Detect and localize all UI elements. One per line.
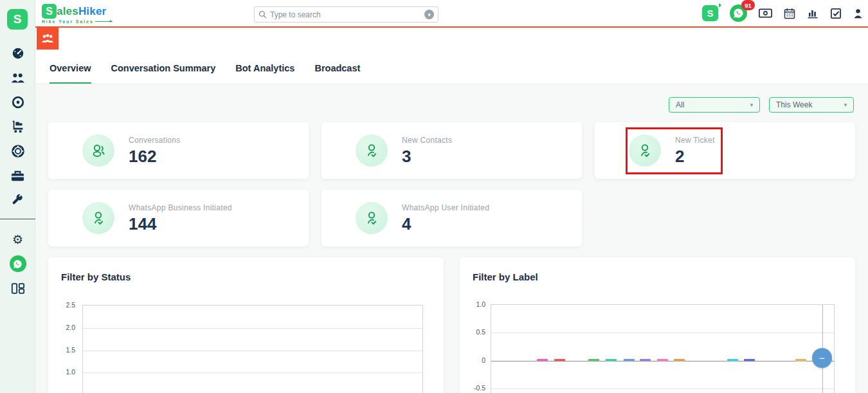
- stat-card-conversations: Conversations 162: [48, 122, 309, 179]
- zero-value-bar: [674, 359, 685, 361]
- sidebar-item-whatsapp[interactable]: [0, 251, 35, 276]
- lifebuoy-support-icon: [11, 144, 25, 158]
- tasks-checkbox-icon: [830, 8, 842, 19]
- chart-card-filter-by-label: Filter by Label 1.0 0.5 0 -0.5 −: [460, 257, 855, 393]
- filter-category-value: All: [676, 100, 684, 109]
- zero-value-bar: [744, 359, 755, 361]
- zero-value-bar: [727, 359, 738, 361]
- user-profile-icon: [853, 8, 863, 19]
- search-scope-chevron-icon[interactable]: ▾: [424, 10, 434, 19]
- chart-title: Filter by Label: [473, 271, 538, 282]
- stat-icon-circle: [356, 134, 388, 167]
- status-chart-plot: [82, 305, 423, 393]
- stat-card-new-ticket: New Ticket 2: [595, 122, 855, 179]
- reports-button[interactable]: [807, 8, 818, 19]
- payments-button[interactable]: [759, 8, 772, 18]
- stat-icon-circle: [82, 134, 114, 167]
- filter-period-value: This Week: [776, 100, 812, 109]
- zero-value-bar: [554, 359, 565, 361]
- sidebar-item-dashboard[interactable]: [0, 41, 35, 66]
- notification-badge: 91: [741, 0, 755, 10]
- sidebar-item-support[interactable]: [0, 139, 35, 163]
- tabs-bar: Overview Conversation Summary Bot Analyt…: [35, 28, 868, 84]
- stat-card-whatsapp-business-initiated: WhatsApp Business Initiated 144: [48, 190, 309, 246]
- stat-value: 4: [402, 214, 411, 234]
- y-tick: 2.0: [51, 324, 75, 331]
- module-tile-whatsapp-dashboard[interactable]: [37, 28, 59, 50]
- stat-value: 3: [402, 147, 411, 167]
- chart-card-filter-by-status: Filter by Status 2.5 2.0 1.5 1.0: [48, 257, 444, 393]
- zero-value-bar: [537, 359, 548, 361]
- tab-bot-analytics[interactable]: Bot Analytics: [235, 63, 294, 84]
- chart-title: Filter by Status: [61, 271, 131, 282]
- sidebar-item-orders[interactable]: [0, 114, 35, 139]
- contacts-group-icon: [41, 33, 55, 44]
- saleshiker-app-icon: S: [702, 5, 718, 21]
- top-header: SalesHiker Hike Your Sales ▾ S 91: [35, 0, 868, 28]
- stat-label: Conversations: [129, 136, 181, 145]
- sidebar-item-leads[interactable]: [0, 90, 35, 114]
- stat-value: 144: [129, 214, 156, 234]
- whatsapp-icon: [10, 255, 26, 272]
- chevron-down-icon: ▼: [749, 102, 754, 108]
- stat-card-whatsapp-user-initiated: WhatsApp User Initiated 4: [321, 190, 582, 246]
- stat-label: WhatsApp User Initiated: [402, 203, 489, 212]
- tab-broadcast[interactable]: Broadcast: [314, 63, 360, 84]
- bar-chart-icon: [807, 8, 818, 19]
- stat-label: New Contacts: [402, 136, 452, 145]
- cart-trolley-icon: [10, 120, 26, 134]
- stat-icon-circle: [629, 134, 661, 167]
- search-input[interactable]: [270, 10, 424, 19]
- sidebar-item-contacts[interactable]: [0, 66, 35, 90]
- user-check-icon: [363, 142, 380, 159]
- sidebar-item-products[interactable]: [0, 163, 35, 188]
- user-check-icon: [90, 210, 107, 226]
- tab-overview[interactable]: Overview: [50, 63, 91, 84]
- y-tick: 0.5: [461, 328, 485, 336]
- logo-tagline: Hike Your Sales: [42, 19, 112, 24]
- dashboard-gauge-icon: [11, 46, 25, 60]
- logo-s-tile: S: [42, 4, 57, 19]
- filter-category-select[interactable]: All ▼: [669, 97, 760, 113]
- chart-zoom-out-button[interactable]: −: [812, 348, 832, 368]
- whatsapp-notifications-button[interactable]: 91: [730, 5, 747, 22]
- logo-text-green: ales: [57, 5, 78, 18]
- stat-icon-circle: [82, 202, 114, 234]
- tasks-button[interactable]: [830, 8, 842, 19]
- calendar-button[interactable]: [784, 8, 795, 19]
- sidebar-item-settings[interactable]: ⚙: [0, 227, 35, 251]
- y-tick: -0.5: [461, 384, 485, 392]
- zero-value-bar: [795, 359, 806, 361]
- sidebar-item-tools[interactable]: [0, 188, 35, 212]
- wrench-icon: [11, 194, 24, 207]
- label-chart-plot: −: [491, 304, 835, 393]
- stat-icon-circle: [356, 202, 388, 234]
- zero-value-bar: [606, 359, 617, 361]
- y-tick: 1.0: [461, 300, 485, 308]
- zero-value-bar: [624, 359, 635, 361]
- logo-text-blue: Hiker: [78, 5, 107, 18]
- global-search: ▾: [254, 6, 439, 23]
- filter-period-select[interactable]: This Week ▼: [769, 97, 854, 113]
- saleshiker-quick-button[interactable]: S: [702, 5, 718, 21]
- zero-value-bar: [588, 359, 599, 361]
- stat-label: New Ticket: [675, 136, 715, 145]
- stat-label: WhatsApp Business Initiated: [129, 203, 232, 212]
- user-check-icon: [363, 210, 380, 226]
- target-icon: [11, 95, 25, 109]
- sidebar-item-modules[interactable]: [0, 276, 35, 300]
- layout-grid-icon: [11, 282, 25, 295]
- sidebar-logo[interactable]: S: [7, 9, 28, 30]
- app-logo[interactable]: SalesHiker Hike Your Sales: [42, 4, 112, 24]
- header-icon-bar: S 91: [702, 5, 863, 22]
- user-check-icon: [637, 142, 653, 159]
- profile-button[interactable]: [853, 8, 863, 19]
- y-tick: 1.5: [51, 346, 75, 354]
- sidebar: S: [0, 0, 35, 393]
- y-tick: 0: [461, 356, 485, 364]
- tab-conversation-summary[interactable]: Conversation Summary: [111, 63, 216, 84]
- search-icon: [258, 10, 267, 19]
- gear-settings-icon: ⚙: [12, 233, 23, 246]
- chevron-down-icon: ▼: [843, 102, 848, 108]
- zero-value-bar: [657, 359, 668, 361]
